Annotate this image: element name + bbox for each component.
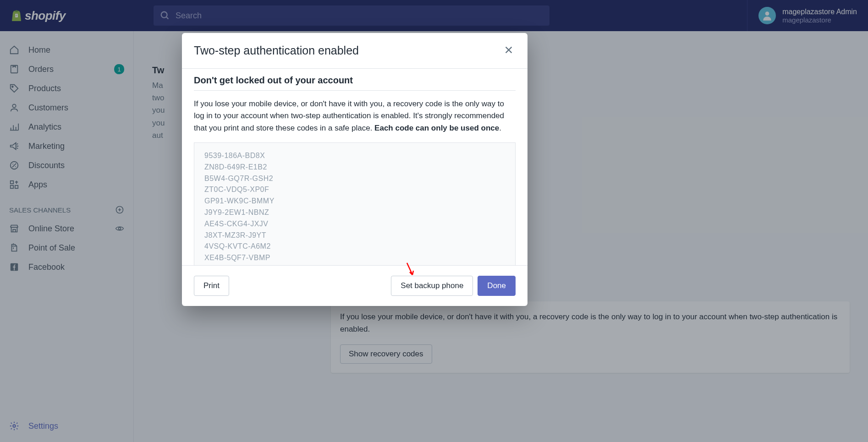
- close-icon: [504, 45, 514, 55]
- recovery-code: AE4S-CKG4-JXJV: [204, 218, 505, 230]
- close-button[interactable]: [502, 43, 516, 58]
- modal-title: Two-step authentication enabled: [194, 44, 359, 57]
- recovery-code: B5W4-GQ7R-GSH2: [204, 173, 505, 185]
- recovery-code: ZN8D-649R-E1B2: [204, 162, 505, 173]
- modal-header: Two-step authentication enabled: [182, 33, 527, 68]
- print-button[interactable]: Print: [194, 276, 229, 296]
- recovery-code: 4VSQ-KVTC-A6M2: [204, 241, 505, 252]
- recovery-code: J8XT-MZ3R-J9YT: [204, 230, 505, 241]
- modal-footer: Print Set backup phone Done: [182, 265, 527, 306]
- modal-subtitle: Don't get locked out of your account: [194, 69, 516, 91]
- recovery-code: J9Y9-2EW1-NBNZ: [204, 207, 505, 218]
- modal-text: If you lose your mobile device, or don't…: [194, 98, 516, 134]
- modal-body: Don't get locked out of your account If …: [182, 68, 527, 265]
- recovery-code: XE4B-5QF7-VBMP: [204, 252, 505, 264]
- recovery-code: 9539-186A-BD8X: [204, 150, 505, 162]
- recovery-code: GP91-WK9C-BMMY: [204, 196, 505, 207]
- two-step-modal: Two-step authentication enabled Don't ge…: [182, 33, 527, 306]
- set-backup-phone-button[interactable]: Set backup phone: [391, 276, 473, 296]
- recovery-code: ZT0C-VDQ5-XP0F: [204, 184, 505, 196]
- recovery-codes-box: 9539-186A-BD8X ZN8D-649R-E1B2 B5W4-GQ7R-…: [194, 142, 516, 265]
- done-button[interactable]: Done: [478, 276, 516, 296]
